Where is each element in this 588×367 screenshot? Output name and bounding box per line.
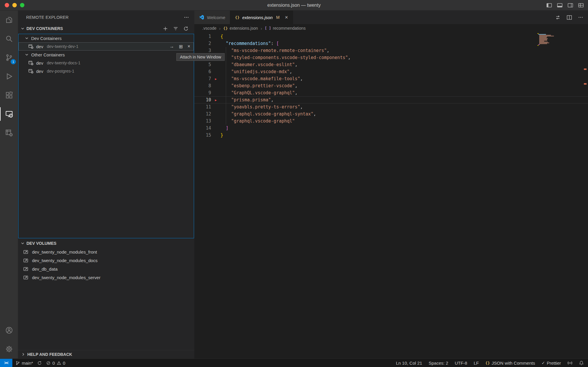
- overview-ruler-mark: [584, 68, 587, 70]
- problems-item[interactable]: 0 0: [46, 361, 65, 366]
- close-window-button[interactable]: [5, 3, 9, 7]
- code-line-12[interactable]: 12 "graphql.vscode-graphql-syntax",: [194, 110, 588, 118]
- code-line-9[interactable]: 9 "GraphQL.vscode-graphql",: [194, 89, 588, 96]
- git-branch-icon: [16, 361, 20, 365]
- errors-icon: [46, 361, 51, 365]
- search-icon[interactable]: [0, 29, 18, 48]
- breadcrumb: .vscode › {} extensions.json › [ ] recom…: [194, 24, 588, 32]
- volume-item-dev_twenty_node_modules_front[interactable]: dev_twenty_node_modules_front: [18, 248, 194, 256]
- remove-container-button[interactable]: ×: [188, 44, 190, 49]
- code-line-10[interactable]: 10▶ "prisma.prisma",: [194, 96, 588, 103]
- formatter-item[interactable]: ✓ Prettier: [542, 361, 561, 366]
- language-mode[interactable]: {} JSON with Comments: [485, 361, 535, 366]
- dev-containers-tree: Dev Containersdevdev-twenty-dev-1→⊞×Othe…: [18, 34, 194, 238]
- toggle-sidebar-left-icon[interactable]: [546, 2, 552, 8]
- tooltip-attach-in-new-window: Attach in New Window: [176, 53, 225, 61]
- breadcrumb-vscode[interactable]: .vscode: [202, 26, 216, 31]
- code-line-11[interactable]: 11 "yoavbls.pretty-ts-errors",: [194, 103, 588, 110]
- new-dev-container-icon[interactable]: [163, 26, 168, 31]
- indentation[interactable]: Spaces: 2: [429, 361, 448, 366]
- eol-sequence[interactable]: LF: [474, 361, 479, 366]
- container-item-dev-postgres-1[interactable]: devdev-postgres-1: [19, 67, 194, 75]
- gutter-marker-icon: ▶: [211, 98, 220, 102]
- attach-in-new-window-button[interactable]: ⊞: [179, 44, 183, 49]
- section-dev-volumes[interactable]: DEV VOLUMES: [18, 239, 194, 248]
- code-line-5[interactable]: 5 "dbaeumer.vscode-eslint",: [194, 61, 588, 68]
- customize-layout-icon[interactable]: [578, 2, 584, 8]
- line-number: 7: [194, 76, 211, 81]
- tab-extensions-json[interactable]: {} extensions.json M ×: [230, 11, 293, 24]
- breadcrumb-recommendations[interactable]: [ ] recommendations: [265, 26, 305, 31]
- line-number: 14: [194, 125, 211, 131]
- breadcrumb-separator: ›: [260, 26, 262, 31]
- dev-volumes-list: dev_twenty_node_modules_frontdev_twenty_…: [18, 248, 194, 282]
- chevron-down-icon: [20, 26, 25, 31]
- notifications-bell-icon[interactable]: [579, 361, 584, 366]
- code-editor[interactable]: 1{2 "recommendations": [3 "ms-vscode-rem…: [194, 32, 588, 358]
- volume-item-dev_twenty_node_modules_docs[interactable]: dev_twenty_node_modules_docs: [18, 256, 194, 265]
- close-tab-icon[interactable]: ×: [285, 15, 288, 20]
- container-item-dev-twenty-docs-1[interactable]: devdev-twenty-docs-1: [19, 59, 194, 67]
- explorer-icon[interactable]: [0, 11, 18, 29]
- code-line-15[interactable]: 15}: [194, 132, 588, 139]
- settings-gear-icon[interactable]: [0, 340, 18, 358]
- attach-in-current-window-button[interactable]: →: [169, 44, 174, 49]
- line-number: 1: [194, 34, 211, 39]
- volume-item-dev_db_data[interactable]: dev_db_data: [18, 265, 194, 273]
- dev-container-icon: [28, 60, 34, 66]
- breadcrumb-extensions-json[interactable]: {} extensions.json: [223, 26, 258, 31]
- volume-item-dev_twenty_node_modules_server[interactable]: dev_twenty_node_modules_server: [18, 273, 194, 282]
- toggle-sidebar-right-icon[interactable]: [567, 2, 573, 8]
- line-number: 6: [194, 69, 211, 74]
- chevron-down-icon: [24, 36, 29, 41]
- indent-guide: [226, 47, 226, 125]
- dev-volume-icon: [23, 266, 29, 272]
- zoom-window-button[interactable]: [20, 3, 24, 7]
- filter-icon[interactable]: [173, 26, 178, 31]
- encoding[interactable]: UTF-8: [455, 361, 467, 366]
- braces-icon: {}: [485, 361, 490, 365]
- titlebar: extensions.json — twenty: [0, 0, 588, 11]
- toggle-panel-icon[interactable]: [557, 2, 563, 8]
- remote-explorer-icon[interactable]: [0, 105, 18, 123]
- code-line-14[interactable]: 14 ]: [194, 125, 588, 132]
- broadcast-icon[interactable]: [567, 361, 572, 366]
- code-line-7[interactable]: 7▶ "ms-vscode.makefile-tools",: [194, 75, 588, 82]
- source-control-badge: 1: [11, 59, 16, 64]
- tab-welcome[interactable]: Welcome: [194, 11, 230, 24]
- container-item-dev-twenty-dev-1[interactable]: devdev-twenty-dev-1→⊞×: [19, 42, 194, 51]
- containers-icon[interactable]: [0, 123, 18, 142]
- code-line-4[interactable]: 4 "styled-components.vscode-styled-compo…: [194, 54, 588, 61]
- code-line-8[interactable]: 8 "esbenp.prettier-vscode",: [194, 82, 588, 89]
- tree-group-other-containers[interactable]: Other Containers: [19, 51, 194, 59]
- code-line-3[interactable]: 3 "ms-vscode-remote.remote-containers",: [194, 47, 588, 54]
- line-number: 15: [194, 133, 211, 138]
- more-actions-icon[interactable]: [184, 15, 189, 20]
- minimap[interactable]: [537, 33, 556, 47]
- code-line-1[interactable]: 1{: [194, 33, 588, 40]
- split-editor-icon[interactable]: [567, 15, 572, 20]
- git-branch-item[interactable]: main*: [16, 361, 33, 366]
- code-line-2[interactable]: 2 "recommendations": [: [194, 40, 588, 47]
- open-changes-icon[interactable]: [555, 15, 561, 20]
- line-number: 10: [194, 97, 211, 103]
- minimize-window-button[interactable]: [12, 3, 17, 7]
- editor-more-actions-icon[interactable]: [578, 15, 583, 20]
- editor-group: Welcome {} extensions.json M × .vscode ›: [194, 11, 588, 358]
- section-dev-containers[interactable]: DEV CONTAINERS: [18, 24, 194, 33]
- code-line-13[interactable]: 13 "graphql.vscode-graphql": [194, 118, 588, 125]
- extensions-icon[interactable]: [0, 86, 18, 105]
- dev-container-icon: [28, 43, 34, 49]
- remote-indicator[interactable]: ><: [0, 359, 12, 367]
- tree-group-dev-containers[interactable]: Dev Containers: [19, 34, 194, 42]
- traffic-lights: [5, 3, 24, 7]
- source-control-icon[interactable]: 1: [0, 48, 18, 67]
- section-help-and-feedback[interactable]: HELP AND FEEDBACK: [18, 350, 194, 358]
- cursor-position[interactable]: Ln 10, Col 21: [396, 361, 422, 366]
- json-file-icon: {}: [235, 15, 240, 20]
- sync-icon[interactable]: [37, 361, 42, 365]
- accounts-icon[interactable]: [0, 321, 18, 340]
- refresh-icon[interactable]: [183, 26, 188, 31]
- run-debug-icon[interactable]: [0, 67, 18, 86]
- code-line-6[interactable]: 6 "unifiedjs.vscode-mdx",: [194, 68, 588, 75]
